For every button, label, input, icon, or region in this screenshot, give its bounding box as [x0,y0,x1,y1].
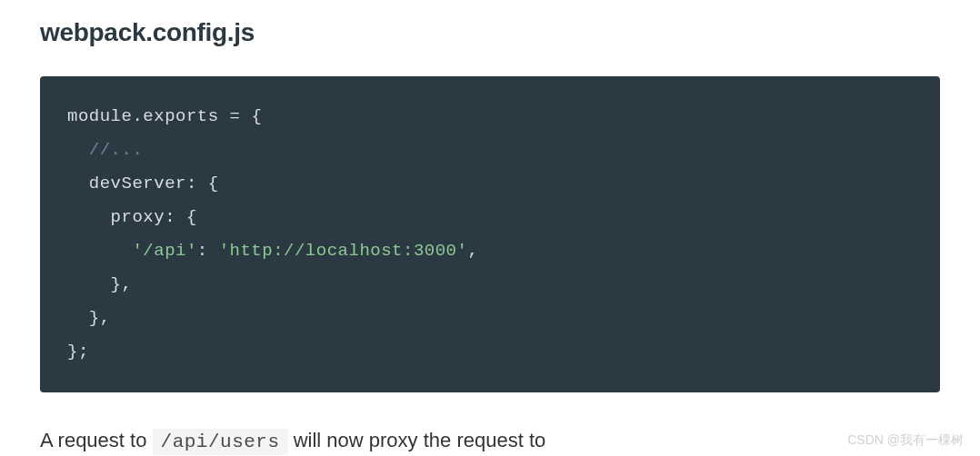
code-token: : [165,207,175,227]
code-token: ; [78,342,89,362]
code-token: , [467,241,478,261]
code-token: . [132,106,143,126]
document-content: webpack.config.js module.exports = { //.… [0,0,980,456]
code-token [67,241,132,261]
text-fragment: will now proxy the request to [288,429,546,451]
code-token: } [111,274,122,294]
text-fragment: A request to [40,429,153,451]
code-token [67,274,111,294]
code-token: , [122,274,133,294]
code-token: = [219,106,252,126]
code-token: exports [143,106,218,126]
code-token: 'http://localhost:3000' [208,241,468,261]
watermark: CSDN @我有一棵树 [847,432,964,449]
heading-filename: webpack.config.js [40,18,940,47]
code-token [67,140,89,160]
code-token: //... [89,140,144,160]
code-token: , [100,308,111,328]
code-token: module [67,106,132,126]
code-token [67,207,111,227]
code-token: : [186,173,197,193]
code-block[interactable]: module.exports = { //... devServer: { pr… [40,76,940,392]
code-token: } [67,342,78,362]
code-token: devServer [89,173,186,193]
code-token: proxy [111,207,165,227]
code-token: '/api' [132,241,196,261]
inline-code: /api/users [153,429,288,455]
code-token: : [197,241,208,261]
description-paragraph: A request to /api/users will now proxy t… [40,425,940,456]
code-token [67,173,89,193]
code-token: } [89,308,100,328]
code-token: { [251,106,262,126]
code-token [67,308,89,328]
code-token: { [175,207,197,227]
code-token: { [197,173,219,193]
